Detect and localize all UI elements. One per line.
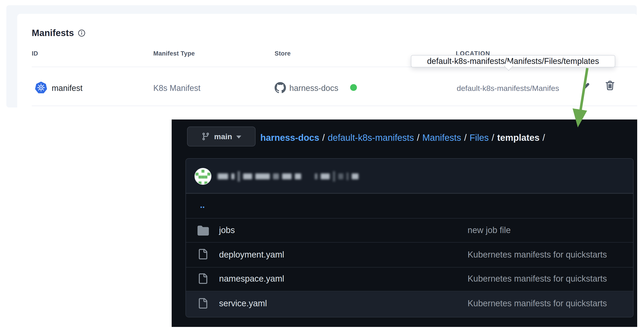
breadcrumb-folder[interactable]: Manifests xyxy=(422,133,461,143)
page-title: Manifests xyxy=(32,28,74,38)
kubernetes-icon xyxy=(35,82,47,94)
column-header-id: ID xyxy=(32,50,38,57)
parent-directory-row[interactable]: .. xyxy=(186,194,633,218)
file-row[interactable]: service.yaml Kubernetes manifests for qu… xyxy=(186,291,633,317)
file-name-link[interactable]: namespace.yaml xyxy=(219,274,284,284)
github-icon xyxy=(274,82,286,94)
file-name-link[interactable]: deployment.yaml xyxy=(219,250,284,260)
commit-message-link[interactable]: new job file xyxy=(468,225,511,235)
connectivity-status-dot xyxy=(350,84,357,91)
commit-message-link[interactable]: Kubernetes manifests for quickstarts xyxy=(468,274,607,284)
github-repo-browser: main harness-docs / default-k8s-manifest… xyxy=(172,120,637,327)
file-row[interactable]: deployment.yaml Kubernetes manifests for… xyxy=(186,242,633,267)
manifest-id[interactable]: manifest xyxy=(52,84,82,93)
manifests-title-row: Manifests xyxy=(32,28,86,38)
info-icon[interactable] xyxy=(78,29,86,37)
folder-icon xyxy=(198,225,209,237)
branch-name: main xyxy=(214,132,232,141)
table-row-divider xyxy=(32,106,637,106)
column-header-store: Store xyxy=(274,50,291,57)
breadcrumb-separator: / xyxy=(542,133,545,143)
file-listing-card: .. jobs new job file deployment.yaml xyxy=(186,158,634,318)
breadcrumb-separator: / xyxy=(417,133,419,143)
page: Manifests ID Manifest Type Store LOCATIO… xyxy=(0,0,644,331)
store-repo-name: harness-docs xyxy=(289,84,338,93)
parent-directory-link[interactable]: .. xyxy=(200,200,205,210)
column-header-type: Manifest Type xyxy=(153,50,195,57)
file-icon xyxy=(198,249,208,260)
manifest-type: K8s Manifest xyxy=(153,84,200,93)
file-icon xyxy=(198,274,208,285)
breadcrumb-current-folder: templates xyxy=(497,133,540,143)
redacted-commit-text xyxy=(218,171,358,182)
breadcrumb-folder[interactable]: default-k8s-manifests xyxy=(328,133,414,143)
file-row[interactable]: jobs new job file xyxy=(186,218,633,242)
breadcrumb-repo[interactable]: harness-docs xyxy=(260,133,319,143)
file-name-link[interactable]: service.yaml xyxy=(219,298,267,308)
avatar[interactable] xyxy=(194,168,212,185)
manifest-location: default-k8s-manifests/Manifes xyxy=(457,84,580,93)
commit-message-link[interactable]: Kubernetes manifests for quickstarts xyxy=(468,250,607,260)
file-name-link[interactable]: jobs xyxy=(219,225,235,235)
chevron-down-icon xyxy=(236,136,241,138)
manifest-table-row[interactable]: manifest K8s Manifest harness-docs defau… xyxy=(17,67,637,106)
latest-commit-row[interactable] xyxy=(186,159,633,194)
breadcrumb-separator: / xyxy=(492,133,494,143)
location-tooltip-text: default-k8s-manifests/Manifests/Files/te… xyxy=(427,56,599,66)
delete-manifest-button[interactable] xyxy=(604,80,616,92)
breadcrumb-separator: / xyxy=(322,133,325,143)
commit-message-link[interactable]: Kubernetes manifests for quickstarts xyxy=(468,298,607,308)
green-arrow-icon xyxy=(568,66,595,130)
file-row[interactable]: namespace.yaml Kubernetes manifests for … xyxy=(186,267,633,291)
breadcrumb: harness-docs / default-k8s-manifests / M… xyxy=(260,133,545,143)
branch-selector-button[interactable]: main xyxy=(187,126,256,146)
git-branch-icon xyxy=(201,132,210,141)
file-icon xyxy=(198,298,208,310)
breadcrumb-folder[interactable]: Files xyxy=(470,133,489,143)
breadcrumb-separator: / xyxy=(464,133,467,143)
